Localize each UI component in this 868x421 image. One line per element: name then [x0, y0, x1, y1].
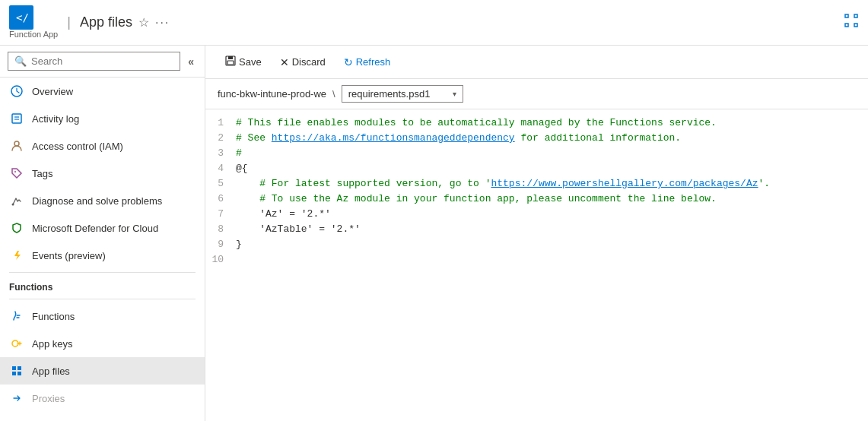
svg-rect-4 — [854, 24, 857, 27]
sidebar-item-tags[interactable]: Tags — [0, 160, 205, 187]
svg-rect-15 — [12, 372, 16, 375]
svg-rect-18 — [228, 56, 233, 59]
code-line-4: 4 @{ — [205, 161, 868, 176]
search-icon: 🔍 — [14, 55, 27, 67]
sidebar-item-proxies[interactable]: Proxies — [0, 385, 205, 412]
access-control-icon — [9, 138, 24, 154]
code-editor[interactable]: 1 # This file enables modules to be auto… — [205, 109, 868, 421]
proxies-icon — [9, 391, 24, 406]
svg-rect-13 — [12, 366, 16, 370]
refresh-label: Refresh — [356, 56, 391, 68]
functions-icon — [9, 309, 24, 324]
page-title: App files — [80, 14, 132, 30]
refresh-button[interactable]: ↻ Refresh — [336, 53, 399, 71]
sidebar: 🔍 « Overview Activity log — [0, 46, 205, 421]
breadcrumb-separator: \ — [332, 88, 335, 100]
svg-rect-1 — [845, 14, 848, 17]
sidebar-item-access-control[interactable]: Access control (IAM) — [0, 132, 205, 160]
sidebar-item-access-control-label: Access control (IAM) — [32, 141, 123, 152]
code-line-5: 5 # For latest supported version, go to … — [205, 176, 868, 192]
sidebar-item-overview-label: Overview — [32, 86, 73, 97]
save-icon — [225, 55, 236, 68]
search-input[interactable] — [31, 55, 173, 67]
svg-point-9 — [14, 141, 19, 146]
breadcrumb-path: func-bkw-intune-prod-we — [218, 88, 326, 100]
discard-icon: ✕ — [280, 56, 289, 68]
code-line-8: 8 'AzTable' = '2.*' — [205, 222, 868, 237]
sidebar-item-activity-log[interactable]: Activity log — [0, 105, 205, 132]
link-functions-dependency[interactable]: https://aka.ms/functionsmanageddependenc… — [272, 132, 515, 144]
sidebar-item-app-keys-label: App keys — [32, 338, 72, 350]
sidebar-item-overview[interactable]: Overview — [0, 78, 205, 105]
main-layout: 🔍 « Overview Activity log — [0, 46, 868, 421]
collapse-sidebar-button[interactable]: « — [185, 54, 197, 69]
sidebar-nav: Overview Activity log Access control (IA… — [0, 78, 205, 412]
sidebar-search-area: 🔍 « — [0, 46, 205, 78]
svg-text:</>: </> — [16, 11, 29, 24]
code-line-6: 6 # To use the Az module in your functio… — [205, 192, 868, 207]
breadcrumb-bar: func-bkw-intune-prod-we \ requirements.p… — [205, 79, 868, 109]
code-line-7: 7 'Az' = '2.*' — [205, 207, 868, 222]
dropdown-arrow-icon: ▾ — [453, 90, 456, 98]
save-button[interactable]: Save — [218, 52, 269, 71]
app-keys-icon — [9, 336, 24, 351]
camera-icon[interactable] — [844, 13, 859, 32]
search-box[interactable]: 🔍 — [8, 52, 180, 71]
svg-rect-3 — [845, 24, 848, 27]
refresh-icon: ↻ — [344, 56, 353, 68]
content-area: Save ✕ Discard ↻ Refresh func-bkw-intune… — [205, 46, 868, 421]
sidebar-item-diagnose[interactable]: Diagnose and solve problems — [0, 187, 205, 214]
topbar-title-area: | App files ☆ ··· — [64, 14, 170, 30]
favorite-star-icon[interactable]: ☆ — [138, 15, 149, 30]
sidebar-item-functions-label: Functions — [32, 311, 75, 322]
svg-point-10 — [14, 171, 16, 173]
sidebar-item-defender[interactable]: Microsoft Defender for Cloud — [0, 214, 205, 242]
topbar: </> Function App | App files ☆ ··· — [0, 0, 868, 46]
sidebar-item-activity-log-label: Activity log — [32, 113, 79, 125]
sidebar-item-tags-label: Tags — [32, 168, 52, 179]
defender-icon — [9, 220, 24, 236]
sidebar-item-app-keys[interactable]: App keys — [0, 330, 205, 357]
svg-rect-16 — [17, 372, 21, 375]
save-label: Save — [239, 56, 262, 68]
discard-label: Discard — [292, 56, 326, 68]
code-line-1: 1 # This file enables modules to be auto… — [205, 116, 868, 131]
tags-icon — [9, 166, 24, 181]
sidebar-item-app-files[interactable]: App files — [0, 357, 205, 385]
function-app-icon: </> — [9, 5, 33, 30]
svg-rect-6 — [12, 114, 21, 123]
sidebar-item-functions[interactable]: Functions — [0, 302, 205, 330]
svg-rect-14 — [17, 366, 21, 370]
sidebar-item-proxies-label: Proxies — [32, 393, 65, 404]
overview-icon — [9, 84, 24, 99]
code-line-3: 3 # — [205, 146, 868, 161]
diagnose-icon — [9, 193, 24, 208]
sidebar-divider-functions — [9, 272, 196, 273]
svg-point-11 — [12, 204, 14, 206]
sidebar-item-defender-label: Microsoft Defender for Cloud — [32, 223, 158, 234]
file-dropdown[interactable]: requirements.psd1 ▾ — [342, 85, 463, 103]
activity-log-icon — [9, 111, 24, 126]
code-line-2: 2 # See https://aka.ms/functionsmanagedd… — [205, 131, 868, 146]
file-dropdown-text: requirements.psd1 — [348, 88, 431, 100]
discard-button[interactable]: ✕ Discard — [272, 53, 333, 71]
sidebar-divider-functions-2 — [9, 299, 196, 299]
sidebar-section-functions: Functions — [0, 276, 205, 296]
events-icon — [9, 248, 24, 263]
svg-rect-2 — [854, 14, 857, 17]
app-files-icon — [9, 363, 24, 378]
sidebar-item-diagnose-label: Diagnose and solve problems — [32, 195, 162, 207]
sidebar-item-app-files-label: App files — [32, 366, 70, 377]
function-app-label: Function App — [9, 30, 58, 39]
code-line-9: 9 } — [205, 237, 868, 252]
sidebar-item-events-label: Events (preview) — [32, 250, 106, 261]
toolbar: Save ✕ Discard ↻ Refresh — [205, 46, 868, 79]
svg-rect-19 — [227, 61, 234, 65]
more-options-icon[interactable]: ··· — [155, 16, 170, 30]
topbar-separator: | — [67, 14, 71, 30]
link-powershell-gallery[interactable]: https://www.powershellgallery.com/packag… — [491, 178, 758, 189]
code-line-10: 10 — [205, 252, 868, 267]
sidebar-item-events[interactable]: Events (preview) — [0, 242, 205, 269]
